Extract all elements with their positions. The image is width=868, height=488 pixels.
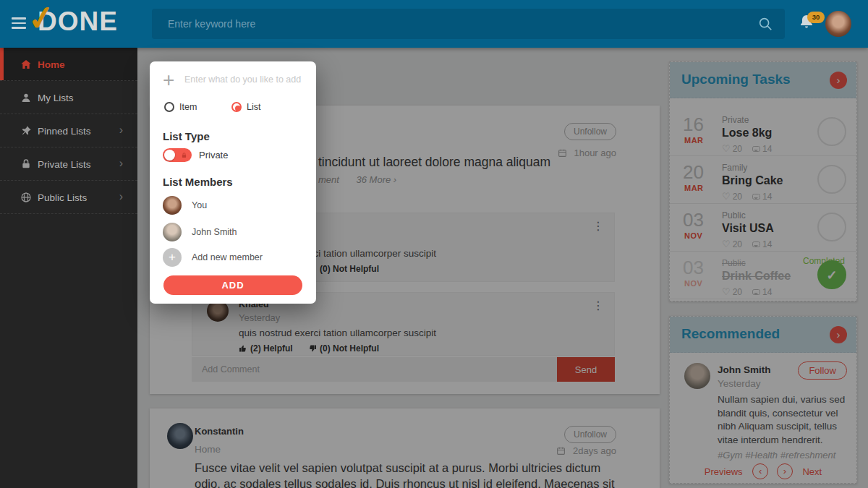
app-logo[interactable]: ✓DONE xyxy=(38,7,118,37)
member-you: You xyxy=(163,196,303,216)
radio-list[interactable]: List xyxy=(231,102,260,112)
sidebar-item-public-lists[interactable]: Public Lists › xyxy=(0,181,137,214)
notification-badge: 30 xyxy=(807,12,825,23)
search-bar xyxy=(152,9,785,39)
chevron-right-icon: › xyxy=(119,124,123,137)
sidebar-item-pinned-lists[interactable]: Pinned Lists › xyxy=(0,114,137,147)
radio-list-circle[interactable] xyxy=(231,102,242,112)
add-item-modal: + Item List List Type Private List Membe… xyxy=(150,61,316,304)
search-icon[interactable] xyxy=(757,16,773,32)
type-radio-group: Item List xyxy=(164,102,302,116)
member-avatar xyxy=(163,223,182,241)
chevron-right-icon: › xyxy=(119,190,123,203)
lock-icon xyxy=(20,158,32,170)
radio-item[interactable]: Item xyxy=(164,102,197,112)
sidebar-item-private-lists[interactable]: Private Lists › xyxy=(0,147,137,181)
plus-icon: + xyxy=(163,248,182,267)
list-type-heading: List Type xyxy=(163,130,210,142)
member-avatar xyxy=(163,196,182,215)
add-new-member-button[interactable]: + Add new member xyxy=(163,248,303,268)
add-button[interactable]: ADD xyxy=(163,275,302,295)
lock-icon xyxy=(181,151,187,160)
user-avatar[interactable] xyxy=(825,11,851,37)
toggle-label: Private xyxy=(199,150,228,160)
search-input[interactable] xyxy=(152,9,785,39)
hamburger-menu-icon[interactable] xyxy=(12,17,27,32)
private-toggle[interactable] xyxy=(163,148,192,162)
logo-check-icon: ✓ xyxy=(25,0,59,39)
add-title-input[interactable] xyxy=(184,72,307,87)
plus-icon: + xyxy=(163,69,174,92)
member-john-smith: John Smith xyxy=(163,223,303,243)
notifications-bell[interactable]: 30 xyxy=(798,13,827,38)
list-members-heading: List Members xyxy=(163,176,233,188)
sidebar-item-my-lists[interactable]: My Lists xyxy=(0,81,137,114)
radio-item-circle[interactable] xyxy=(164,102,174,112)
sidebar-item-home[interactable]: Home xyxy=(0,48,137,81)
top-bar: ✓DONE 30 xyxy=(0,0,868,48)
home-icon xyxy=(20,59,32,70)
chevron-right-icon: › xyxy=(119,157,123,170)
pin-icon xyxy=(20,125,32,137)
globe-icon xyxy=(20,192,32,203)
sidebar-nav: Home My Lists Pinned Lists › Private Lis… xyxy=(0,48,137,488)
person-icon xyxy=(20,92,32,103)
